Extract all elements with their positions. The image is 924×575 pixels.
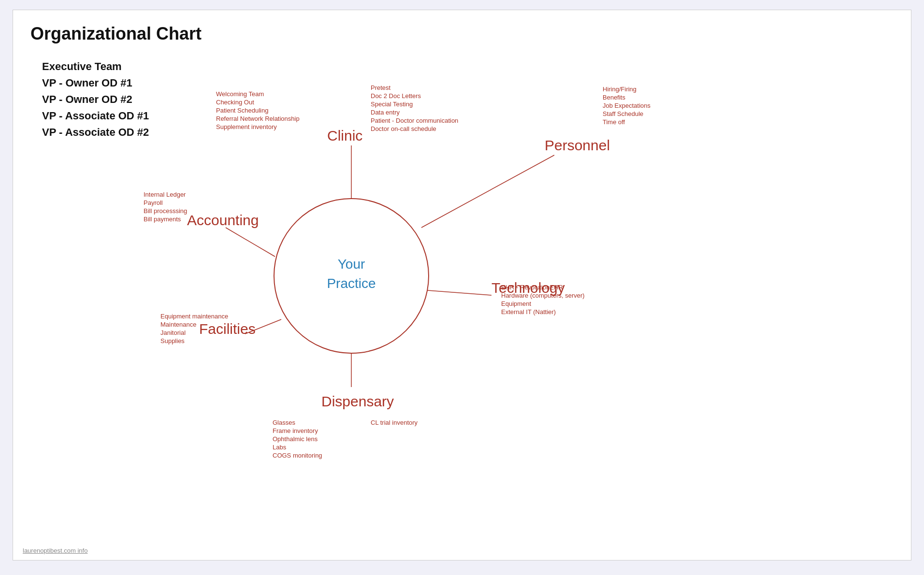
svg-text:Bill payments: Bill payments [144,216,181,223]
svg-text:Data entry: Data entry [371,109,400,116]
svg-text:Supplies: Supplies [160,337,185,345]
svg-text:Special Testing: Special Testing [371,101,413,108]
svg-text:Job Expectations: Job Expectations [603,102,651,109]
svg-text:Your: Your [338,257,365,272]
svg-line-8 [226,228,275,257]
main-page: Organizational Chart Executive Team VP -… [13,10,911,561]
svg-text:Pretest: Pretest [371,84,391,91]
svg-line-5 [428,290,491,295]
svg-text:Staff Schedule: Staff Schedule [603,110,643,117]
svg-text:Benefits: Benefits [603,94,625,101]
svg-text:CL trial inventory: CL trial inventory [371,419,418,426]
svg-text:Payroll: Payroll [144,199,163,206]
svg-text:Frame inventory: Frame inventory [273,427,318,434]
svg-text:Equipment: Equipment [501,300,532,307]
org-chart-diagram: Your Practice Clinic Personnel Accountin… [13,39,912,551]
dispensary-label: Dispensary [321,393,394,409]
svg-line-4 [421,155,554,228]
watermark: laurenoptibest.com info [23,547,87,554]
svg-text:EHR - RevolutionEHR: EHR - RevolutionEHR [501,284,563,291]
clinic-label: Clinic [327,128,362,144]
svg-text:Supplement inventory: Supplement inventory [216,123,277,130]
svg-text:Welcoming Team: Welcoming Team [216,90,264,98]
svg-text:External IT (Nattier): External IT (Nattier) [501,308,556,316]
personnel-label: Personnel [545,137,610,153]
svg-text:COGS monitoring: COGS monitoring [273,452,322,459]
svg-text:Doc 2 Doc Letters: Doc 2 Doc Letters [371,92,421,100]
svg-text:Internal Ledger: Internal Ledger [144,191,186,198]
accounting-label: Accounting [187,212,259,228]
svg-text:Referral Network Relationship: Referral Network Relationship [216,115,300,122]
svg-text:Glasses: Glasses [273,419,295,426]
svg-text:Checking Out: Checking Out [216,99,254,106]
svg-text:Practice: Practice [327,276,375,291]
svg-text:Hiring/Firing: Hiring/Firing [603,86,636,93]
svg-text:Maintenance: Maintenance [160,321,196,328]
svg-text:Bill processsing: Bill processsing [144,207,187,215]
svg-text:Equipment maintenance: Equipment maintenance [160,313,228,320]
svg-text:Patient Scheduling: Patient Scheduling [216,107,268,114]
svg-text:Time off: Time off [603,118,625,126]
svg-text:Janitorial: Janitorial [160,329,186,336]
facilities-label: Facilities [199,321,256,337]
svg-text:Labs: Labs [273,444,287,451]
svg-text:Hardware (computers, server): Hardware (computers, server) [501,292,585,299]
svg-text:Doctor on-call schedule: Doctor on-call schedule [371,125,436,132]
svg-text:Patient - Doctor communication: Patient - Doctor communication [371,117,458,124]
svg-text:Ophthalmic lens: Ophthalmic lens [273,435,318,443]
